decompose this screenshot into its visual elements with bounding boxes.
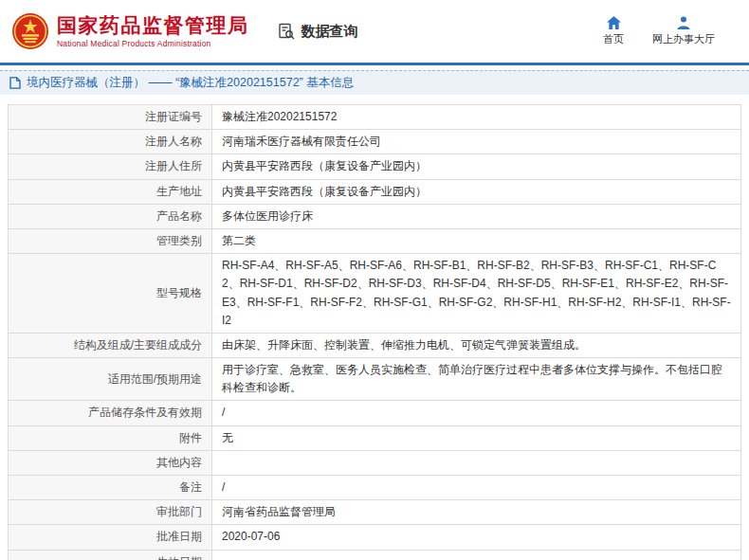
row-label: 产品储存条件及有效期 — [9, 401, 212, 425]
nav-home[interactable]: 首页 — [603, 16, 624, 46]
nav-home-label: 首页 — [603, 32, 624, 46]
row-value: / — [212, 401, 741, 425]
brand-text: 国家药品监督管理局 National Medical Products Admi… — [57, 14, 249, 48]
table-row: 备注/ — [9, 476, 741, 500]
row-value: 用于诊疗室、急救室、医务人员实施检查、简单治疗医疗过程中患者多体位支撑与操作。不… — [212, 358, 741, 401]
table-row: 注册人住所内黄县平安路西段（康复设备产业园内） — [9, 154, 741, 179]
org-name-en: National Medical Products Administration — [57, 39, 249, 48]
table-row: 附件无 — [9, 425, 741, 450]
table-row: 其他内容 — [9, 450, 741, 475]
table-row: 注册证编号豫械注准20202151572 — [9, 105, 741, 130]
header-divider — [0, 63, 749, 65]
row-value: 多体位医用诊疗床 — [212, 204, 741, 228]
org-name-cn: 国家药品监督管理局 — [57, 14, 249, 37]
row-value — [212, 450, 741, 475]
row-label: 注册人住所 — [9, 154, 212, 179]
row-label: 注册人名称 — [9, 130, 212, 154]
person-icon — [677, 16, 690, 29]
row-value: 无 — [212, 425, 741, 450]
nav-online-hall-label: 网上办事大厅 — [652, 32, 715, 46]
nav-data-query[interactable]: 数据查询 — [278, 23, 358, 41]
row-label: 适用范围/预期用途 — [9, 358, 212, 401]
row-value — [212, 550, 741, 560]
table-row: 适用范围/预期用途用于诊疗室、急救室、医务人员实施检查、简单治疗医疗过程中患者多… — [9, 358, 741, 401]
row-value: 2020-07-06 — [212, 525, 741, 550]
row-value: RH-SF-A4、RH-SF-A5、RH-SF-A6、RH-SF-B1、RH-S… — [212, 254, 741, 334]
row-value: / — [212, 476, 741, 500]
breadcrumb-text: 境内医疗器械（注册） —— “豫械注准20202151572” 基本信息 — [27, 75, 354, 91]
breadcrumb: 境内医疗器械（注册） —— “豫械注准20202151572” 基本信息 — [0, 70, 749, 95]
nav-data-query-label: 数据查询 — [301, 23, 358, 41]
registration-info-table: 注册证编号豫械注准20202151572注册人名称河南瑞禾医疗器械有限责任公司注… — [8, 104, 741, 560]
national-emblem-logo — [11, 12, 49, 50]
brand[interactable]: 国家药品监督管理局 National Medical Products Admi… — [11, 12, 249, 50]
table-row: 结构及组成/主要组成成分由床架、升降床面、控制装置、伸缩推力电机、可锁定气弹簧装… — [9, 333, 741, 357]
table-row: 审批部门河南省药品监督管理局 — [9, 500, 741, 525]
site-header: 国家药品监督管理局 National Medical Products Admi… — [0, 0, 749, 63]
data-query-icon — [278, 23, 296, 41]
row-label: 附件 — [9, 425, 212, 450]
row-value: 第二类 — [212, 228, 741, 253]
table-row: 管理类别第二类 — [9, 228, 741, 253]
document-icon — [9, 77, 21, 89]
row-value: 河南省药品监督管理局 — [212, 500, 741, 525]
row-label: 注册证编号 — [9, 105, 212, 130]
home-icon — [607, 16, 621, 29]
table-row: 注册人名称河南瑞禾医疗器械有限责任公司 — [9, 130, 741, 154]
row-label: 型号规格 — [9, 254, 212, 334]
row-label: 批准日期 — [9, 525, 212, 550]
table-row: 型号规格RH-SF-A4、RH-SF-A5、RH-SF-A6、RH-SF-B1、… — [9, 254, 741, 334]
row-label: 结构及组成/主要组成成分 — [9, 333, 212, 357]
row-label: 管理类别 — [9, 228, 212, 253]
table-row: 生产地址内黄县平安路西段（康复设备产业园内） — [9, 179, 741, 204]
table-row: 产品储存条件及有效期/ — [9, 401, 741, 425]
row-value: 豫械注准20202151572 — [212, 105, 741, 130]
row-label: 生产地址 — [9, 179, 212, 204]
table-row: 产品名称多体位医用诊疗床 — [9, 204, 741, 228]
info-table-body: 注册证编号豫械注准20202151572注册人名称河南瑞禾医疗器械有限责任公司注… — [9, 105, 741, 560]
row-value: 内黄县平安路西段（康复设备产业园内） — [212, 179, 741, 204]
header-right-nav: 首页 网上办事大厅 — [603, 16, 736, 46]
nav-online-hall[interactable]: 网上办事大厅 — [652, 16, 715, 46]
row-value: 内黄县平安路西段（康复设备产业园内） — [212, 154, 741, 179]
table-row: 批准日期2020-07-06 — [9, 525, 741, 550]
table-row: 生效日期 — [9, 550, 741, 560]
row-label: 审批部门 — [9, 500, 212, 525]
row-label: 产品名称 — [9, 204, 212, 228]
row-label: 生效日期 — [9, 550, 212, 560]
row-label: 其他内容 — [9, 450, 212, 475]
row-label: 备注 — [9, 476, 212, 500]
row-value: 河南瑞禾医疗器械有限责任公司 — [212, 130, 741, 154]
row-value: 由床架、升降床面、控制装置、伸缩推力电机、可锁定气弹簧装置组成。 — [212, 333, 741, 357]
